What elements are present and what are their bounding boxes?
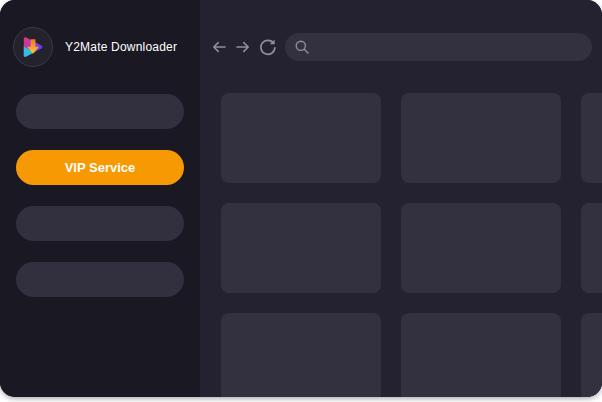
sidebar-item-placeholder-2[interactable]	[16, 206, 184, 241]
placeholder-card[interactable]	[221, 313, 381, 397]
app-window: Y2Mate Downloader VIP Service	[0, 0, 602, 397]
placeholder-card[interactable]	[581, 203, 602, 293]
app-title: Y2Mate Downloader	[65, 40, 177, 54]
sidebar-item-placeholder-3[interactable]	[16, 262, 184, 297]
arrow-right-icon	[235, 39, 251, 55]
placeholder-card[interactable]	[581, 313, 602, 397]
main-area	[200, 0, 602, 397]
sidebar-nav: VIP Service	[0, 94, 200, 297]
refresh-button[interactable]	[259, 38, 277, 56]
placeholder-card[interactable]	[221, 203, 381, 293]
sidebar-item-vip-service[interactable]: VIP Service	[16, 150, 184, 185]
content-grid	[221, 93, 602, 397]
app-logo	[13, 27, 53, 67]
refresh-icon	[259, 38, 277, 56]
placeholder-card[interactable]	[401, 203, 561, 293]
sidebar-item-placeholder-1[interactable]	[16, 94, 184, 129]
page-background: Y2Mate Downloader VIP Service	[0, 0, 602, 402]
placeholder-card[interactable]	[401, 313, 561, 397]
sidebar: Y2Mate Downloader VIP Service	[0, 0, 200, 397]
placeholder-card[interactable]	[221, 93, 381, 183]
sidebar-header: Y2Mate Downloader	[0, 0, 200, 67]
back-button[interactable]	[211, 39, 227, 55]
search-icon	[294, 39, 310, 55]
placeholder-card[interactable]	[401, 93, 561, 183]
toolbar	[211, 33, 592, 61]
arrow-left-icon	[211, 39, 227, 55]
placeholder-card[interactable]	[581, 93, 602, 183]
play-download-icon	[20, 34, 46, 60]
search-input[interactable]	[310, 33, 582, 61]
vip-service-label: VIP Service	[65, 160, 136, 175]
forward-button[interactable]	[235, 39, 251, 55]
search-bar[interactable]	[285, 33, 592, 61]
